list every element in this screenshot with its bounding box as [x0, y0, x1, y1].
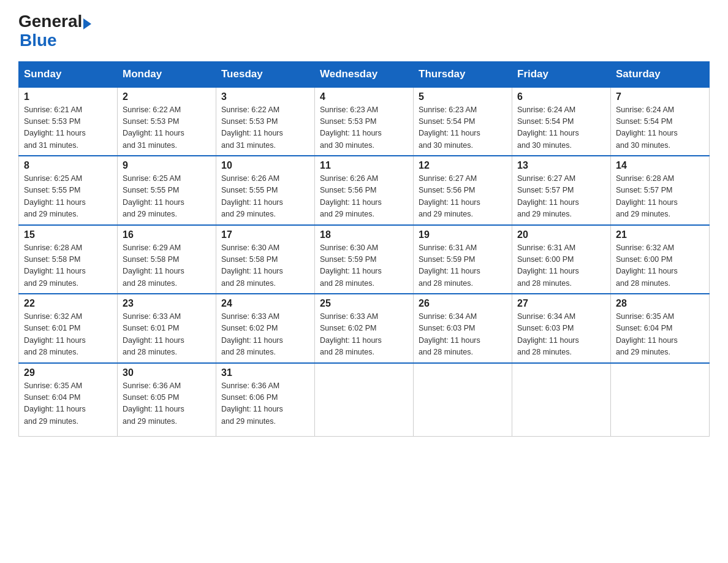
day-info: Sunrise: 6:25 AMSunset: 5:55 PMDaylight:… [123, 173, 211, 221]
day-number: 12 [419, 160, 507, 171]
day-number: 9 [123, 160, 211, 171]
day-info: Sunrise: 6:27 AMSunset: 5:57 PMDaylight:… [517, 173, 605, 221]
day-info: Sunrise: 6:30 AMSunset: 5:59 PMDaylight:… [320, 242, 408, 290]
day-info: Sunrise: 6:32 AMSunset: 6:01 PMDaylight:… [24, 311, 112, 359]
day-info: Sunrise: 6:27 AMSunset: 5:56 PMDaylight:… [419, 173, 507, 221]
calendar-cell: 21Sunrise: 6:32 AMSunset: 6:00 PMDayligh… [611, 225, 710, 294]
logo: General Blue [18, 12, 91, 50]
calendar-week-row: 15Sunrise: 6:28 AMSunset: 5:58 PMDayligh… [19, 225, 710, 294]
calendar-week-row: 1Sunrise: 6:21 AMSunset: 5:53 PMDaylight… [19, 87, 710, 156]
day-info: Sunrise: 6:36 AMSunset: 6:06 PMDaylight:… [221, 380, 309, 428]
calendar-cell: 13Sunrise: 6:27 AMSunset: 5:57 PMDayligh… [512, 156, 611, 225]
calendar-cell: 30Sunrise: 6:36 AMSunset: 6:05 PMDayligh… [118, 363, 216, 437]
day-number: 28 [616, 298, 704, 309]
calendar-week-row: 22Sunrise: 6:32 AMSunset: 6:01 PMDayligh… [19, 294, 710, 363]
logo-general-text: General [18, 12, 82, 31]
day-info: Sunrise: 6:31 AMSunset: 5:59 PMDaylight:… [419, 242, 507, 290]
calendar-table: SundayMondayTuesdayWednesdayThursdayFrid… [18, 61, 710, 437]
calendar-cell: 27Sunrise: 6:34 AMSunset: 6:03 PMDayligh… [512, 294, 611, 363]
day-number: 22 [24, 298, 112, 309]
weekday-header-tuesday: Tuesday [216, 61, 315, 87]
calendar-cell: 11Sunrise: 6:26 AMSunset: 5:56 PMDayligh… [315, 156, 414, 225]
calendar-cell: 1Sunrise: 6:21 AMSunset: 5:53 PMDaylight… [19, 87, 118, 156]
calendar-cell: 5Sunrise: 6:23 AMSunset: 5:54 PMDaylight… [414, 87, 512, 156]
day-number: 1 [24, 91, 112, 102]
day-info: Sunrise: 6:29 AMSunset: 5:58 PMDaylight:… [123, 242, 211, 290]
calendar-cell: 17Sunrise: 6:30 AMSunset: 5:58 PMDayligh… [216, 225, 315, 294]
day-number: 3 [221, 91, 309, 102]
calendar-cell: 23Sunrise: 6:33 AMSunset: 6:01 PMDayligh… [118, 294, 216, 363]
day-number: 11 [320, 160, 408, 171]
day-number: 10 [221, 160, 309, 171]
day-number: 27 [517, 298, 605, 309]
calendar-cell: 14Sunrise: 6:28 AMSunset: 5:57 PMDayligh… [611, 156, 710, 225]
calendar-cell: 8Sunrise: 6:25 AMSunset: 5:55 PMDaylight… [19, 156, 118, 225]
logo-container: General Blue [18, 12, 91, 50]
day-info: Sunrise: 6:33 AMSunset: 6:02 PMDaylight:… [320, 311, 408, 359]
day-info: Sunrise: 6:31 AMSunset: 6:00 PMDaylight:… [517, 242, 605, 290]
day-number: 19 [419, 229, 507, 240]
day-number: 13 [517, 160, 605, 171]
weekday-header-saturday: Saturday [611, 61, 710, 87]
calendar-cell: 26Sunrise: 6:34 AMSunset: 6:03 PMDayligh… [414, 294, 512, 363]
weekday-header-monday: Monday [118, 61, 216, 87]
day-number: 18 [320, 229, 408, 240]
day-info: Sunrise: 6:33 AMSunset: 6:02 PMDaylight:… [221, 311, 309, 359]
day-number: 14 [616, 160, 704, 171]
day-info: Sunrise: 6:28 AMSunset: 5:57 PMDaylight:… [616, 173, 704, 221]
calendar-cell [414, 363, 512, 437]
day-number: 15 [24, 229, 112, 240]
day-info: Sunrise: 6:33 AMSunset: 6:01 PMDaylight:… [123, 311, 211, 359]
page-header: General Blue [18, 12, 710, 50]
calendar-cell: 3Sunrise: 6:22 AMSunset: 5:53 PMDaylight… [216, 87, 315, 156]
weekday-header-row: SundayMondayTuesdayWednesdayThursdayFrid… [19, 61, 710, 87]
day-number: 17 [221, 229, 309, 240]
day-number: 5 [419, 91, 507, 102]
logo-blue-text: Blue [18, 31, 57, 50]
calendar-week-row: 29Sunrise: 6:35 AMSunset: 6:04 PMDayligh… [19, 363, 710, 437]
day-number: 26 [419, 298, 507, 309]
day-number: 4 [320, 91, 408, 102]
calendar-cell: 2Sunrise: 6:22 AMSunset: 5:53 PMDaylight… [118, 87, 216, 156]
calendar-cell [611, 363, 710, 437]
calendar-cell: 24Sunrise: 6:33 AMSunset: 6:02 PMDayligh… [216, 294, 315, 363]
day-info: Sunrise: 6:22 AMSunset: 5:53 PMDaylight:… [221, 104, 309, 152]
calendar-cell: 10Sunrise: 6:26 AMSunset: 5:55 PMDayligh… [216, 156, 315, 225]
calendar-cell: 25Sunrise: 6:33 AMSunset: 6:02 PMDayligh… [315, 294, 414, 363]
calendar-cell: 6Sunrise: 6:24 AMSunset: 5:54 PMDaylight… [512, 87, 611, 156]
calendar-cell: 18Sunrise: 6:30 AMSunset: 5:59 PMDayligh… [315, 225, 414, 294]
day-info: Sunrise: 6:24 AMSunset: 5:54 PMDaylight:… [616, 104, 704, 152]
day-number: 20 [517, 229, 605, 240]
calendar-cell [315, 363, 414, 437]
day-info: Sunrise: 6:36 AMSunset: 6:05 PMDaylight:… [123, 380, 211, 428]
day-info: Sunrise: 6:35 AMSunset: 6:04 PMDaylight:… [24, 380, 112, 428]
day-number: 2 [123, 91, 211, 102]
weekday-header-sunday: Sunday [19, 61, 118, 87]
calendar-week-row: 8Sunrise: 6:25 AMSunset: 5:55 PMDaylight… [19, 156, 710, 225]
calendar-cell: 29Sunrise: 6:35 AMSunset: 6:04 PMDayligh… [19, 363, 118, 437]
day-info: Sunrise: 6:28 AMSunset: 5:58 PMDaylight:… [24, 242, 112, 290]
day-number: 8 [24, 160, 112, 171]
calendar-cell: 20Sunrise: 6:31 AMSunset: 6:00 PMDayligh… [512, 225, 611, 294]
day-info: Sunrise: 6:26 AMSunset: 5:55 PMDaylight:… [221, 173, 309, 221]
day-info: Sunrise: 6:34 AMSunset: 6:03 PMDaylight:… [419, 311, 507, 359]
logo-triangle-icon [83, 18, 91, 29]
weekday-header-friday: Friday [512, 61, 611, 87]
calendar-cell: 4Sunrise: 6:23 AMSunset: 5:53 PMDaylight… [315, 87, 414, 156]
day-info: Sunrise: 6:21 AMSunset: 5:53 PMDaylight:… [24, 104, 112, 152]
day-number: 24 [221, 298, 309, 309]
day-info: Sunrise: 6:25 AMSunset: 5:55 PMDaylight:… [24, 173, 112, 221]
day-number: 23 [123, 298, 211, 309]
calendar-cell: 31Sunrise: 6:36 AMSunset: 6:06 PMDayligh… [216, 363, 315, 437]
calendar-cell: 9Sunrise: 6:25 AMSunset: 5:55 PMDaylight… [118, 156, 216, 225]
day-info: Sunrise: 6:24 AMSunset: 5:54 PMDaylight:… [517, 104, 605, 152]
calendar-cell: 7Sunrise: 6:24 AMSunset: 5:54 PMDaylight… [611, 87, 710, 156]
day-info: Sunrise: 6:30 AMSunset: 5:58 PMDaylight:… [221, 242, 309, 290]
day-number: 16 [123, 229, 211, 240]
calendar-cell [512, 363, 611, 437]
day-number: 31 [221, 367, 309, 378]
calendar-cell: 12Sunrise: 6:27 AMSunset: 5:56 PMDayligh… [414, 156, 512, 225]
day-number: 21 [616, 229, 704, 240]
day-number: 25 [320, 298, 408, 309]
day-number: 29 [24, 367, 112, 378]
